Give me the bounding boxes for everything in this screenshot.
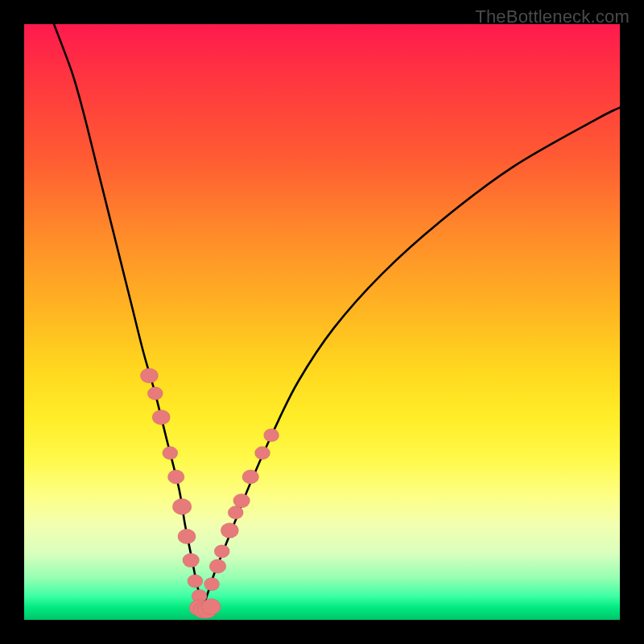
bead-bottom-0 [189,600,208,616]
bead-left-4 [167,470,184,485]
bead-right-0 [204,577,220,590]
bead-right-5 [233,493,250,508]
chart-container: TheBottleneck.com [0,0,644,644]
bead-right-8 [264,428,279,441]
bead-bottom-1 [193,602,213,618]
bead-right-7 [254,447,270,460]
bead-left-8 [188,575,203,588]
bead-left-9 [192,589,207,602]
bead-left-2 [152,410,170,425]
bead-right-1 [209,559,226,574]
bottleneck-curve-right-branch [203,108,620,609]
curve-layer [24,24,620,620]
bead-left-6 [178,529,196,544]
bead-bottom-3 [202,599,221,615]
bead-right-3 [221,523,238,539]
bead-left-7 [183,553,200,568]
bead-left-3 [163,447,178,460]
bead-left-5 [172,498,192,514]
bead-bottom-2 [197,602,217,618]
bead-right-6 [242,470,259,485]
plot-area [24,24,620,620]
bead-left-0 [140,368,158,383]
bottleneck-curve-left-branch [54,24,203,608]
bead-right-2 [214,545,229,558]
bead-right-4 [228,506,243,519]
bead-left-1 [147,387,163,400]
